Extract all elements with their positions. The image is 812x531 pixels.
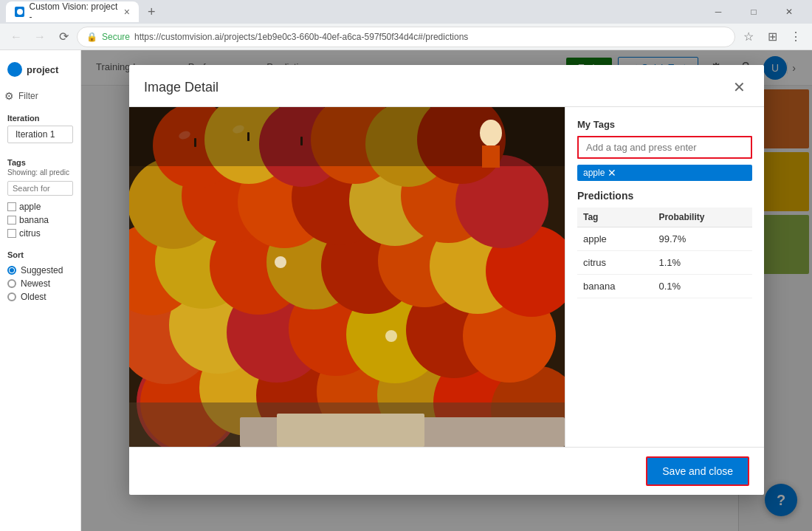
svg-point-50 <box>385 330 397 342</box>
filter-icon: ⚙ <box>4 90 14 102</box>
tag-item-banana[interactable]: banana <box>7 213 73 227</box>
bookmark-button[interactable]: ☆ <box>738 27 759 47</box>
radio-newest[interactable] <box>7 279 16 288</box>
sidebar-logo: project <box>0 59 80 86</box>
tag-chip-label: apple <box>583 168 605 178</box>
modal-dialog: Image Detail ✕ <box>129 65 764 495</box>
svg-point-47 <box>480 120 502 146</box>
browser-chrome: Custom Vision: project - × + ─ □ ✕ ← → ⟳… <box>0 0 812 50</box>
sort-option-oldest[interactable]: Oldest <box>7 290 73 304</box>
prediction-prob-citrus: 1.1% <box>653 251 752 275</box>
logo-text: project <box>27 64 58 75</box>
apple-image-svg <box>129 107 565 447</box>
svg-point-49 <box>275 256 286 268</box>
tag-chip-remove-icon[interactable]: ✕ <box>608 167 616 179</box>
main-content: Training Images Performance Predictions … <box>81 50 812 531</box>
modal-panel: My Tags apple ✕ Predictions Tag Probabi <box>565 107 764 447</box>
sort-option-suggested[interactable]: Suggested <box>7 264 73 277</box>
tag-item-apple[interactable]: apple <box>7 200 73 213</box>
save-and-close-button[interactable]: Save and close <box>646 456 749 486</box>
radio-suggested[interactable] <box>7 266 16 275</box>
minimize-button[interactable]: ─ <box>701 0 735 24</box>
sidebar-item-filter[interactable]: ⚙ Filter <box>0 86 80 106</box>
prediction-tag-citrus: citrus <box>577 251 653 275</box>
forward-button[interactable]: → <box>30 27 50 47</box>
sort-option-newest[interactable]: Newest <box>7 277 73 290</box>
filter-label: Filter <box>18 91 38 101</box>
prediction-tag-apple: apple <box>577 227 653 251</box>
modal-header: Image Detail ✕ <box>129 65 764 107</box>
my-tags-label: My Tags <box>577 119 752 130</box>
tags-search-input[interactable] <box>7 181 73 196</box>
modal-close-button[interactable]: ✕ <box>729 77 749 97</box>
address-bar[interactable]: 🔒 Secure https://customvision.ai/project… <box>77 27 735 47</box>
tag-checkbox-banana[interactable] <box>7 216 16 225</box>
tag-label-banana: banana <box>19 215 49 225</box>
logo-icon <box>7 62 22 77</box>
sort-suggested-label: Suggested <box>21 265 63 275</box>
browser-titlebar: Custom Vision: project - × + ─ □ ✕ <box>0 0 812 24</box>
sort-oldest-label: Oldest <box>21 292 47 302</box>
tag-chip-apple: apple ✕ <box>577 165 752 181</box>
browser-controls: ← → ⟳ 🔒 Secure https://customvision.ai/p… <box>0 24 812 50</box>
iteration-dropdown: Iteration 1 <box>0 126 80 143</box>
tag-input[interactable] <box>577 136 752 159</box>
close-window-button[interactable]: ✕ <box>772 0 806 24</box>
col-probability: Probability <box>653 208 752 227</box>
prediction-row-apple: apple 99.7% <box>577 227 752 251</box>
modal-title: Image Detail <box>144 80 219 95</box>
tags-label: Tags <box>7 158 73 167</box>
modal-overlay: Image Detail ✕ <box>81 50 812 531</box>
browser-action-buttons: ☆ ⊞ ⋮ <box>738 27 806 47</box>
tags-section: Tags Showing: all predic apple banana ci… <box>0 151 80 243</box>
sort-newest-label: Newest <box>21 278 50 289</box>
modal-image-area <box>129 107 565 447</box>
maximize-button[interactable]: □ <box>737 0 771 24</box>
new-tab-button[interactable]: + <box>145 4 159 20</box>
sidebar: project ⚙ Filter Iteration Iteration 1 T… <box>0 50 81 531</box>
extensions-button[interactable]: ⊞ <box>762 27 782 47</box>
tab-favicon <box>15 7 24 17</box>
modal-body: My Tags apple ✕ Predictions Tag Probabi <box>129 107 764 447</box>
tag-label-citrus: citrus <box>19 228 41 239</box>
back-button[interactable]: ← <box>6 27 27 47</box>
svg-rect-48 <box>482 145 500 168</box>
predictions-table: Tag Probability apple 99.7% ci <box>577 208 752 298</box>
iteration-section-label: Iteration <box>0 106 80 126</box>
refresh-button[interactable]: ⟳ <box>53 27 74 47</box>
secure-label: Secure <box>102 32 130 42</box>
menu-button[interactable]: ⋮ <box>785 27 806 47</box>
svg-rect-46 <box>277 414 424 447</box>
sort-label: Sort <box>7 250 73 259</box>
modal-footer: Save and close <box>129 447 764 495</box>
prediction-prob-apple: 99.7% <box>653 227 752 251</box>
browser-tab: Custom Vision: project - × <box>6 1 139 22</box>
secure-icon: 🔒 <box>86 32 97 42</box>
svg-point-0 <box>17 9 23 15</box>
prediction-prob-banana: 0.1% <box>653 275 752 298</box>
app-container: project ⚙ Filter Iteration Iteration 1 T… <box>0 50 812 531</box>
tab-title: Custom Vision: project - <box>29 1 119 22</box>
sort-section: Sort Suggested Newest Oldest <box>0 243 80 306</box>
prediction-tag-banana: banana <box>577 275 653 298</box>
tag-checkbox-citrus[interactable] <box>7 229 16 238</box>
url-text: https://customvision.ai/projects/1eb9e0c… <box>134 32 468 42</box>
tags-sub: Showing: all predic <box>7 168 73 177</box>
tag-checkbox-apple[interactable] <box>7 202 16 211</box>
prediction-row-citrus: citrus 1.1% <box>577 251 752 275</box>
prediction-row-banana: banana 0.1% <box>577 275 752 298</box>
tag-label-apple: apple <box>19 202 41 212</box>
iteration-select[interactable]: Iteration 1 <box>7 126 73 143</box>
predictions-label: Predictions <box>577 190 752 202</box>
tab-close-icon[interactable]: × <box>124 6 130 18</box>
tag-item-citrus[interactable]: citrus <box>7 227 73 240</box>
radio-oldest[interactable] <box>7 292 16 301</box>
col-tag: Tag <box>577 208 653 227</box>
